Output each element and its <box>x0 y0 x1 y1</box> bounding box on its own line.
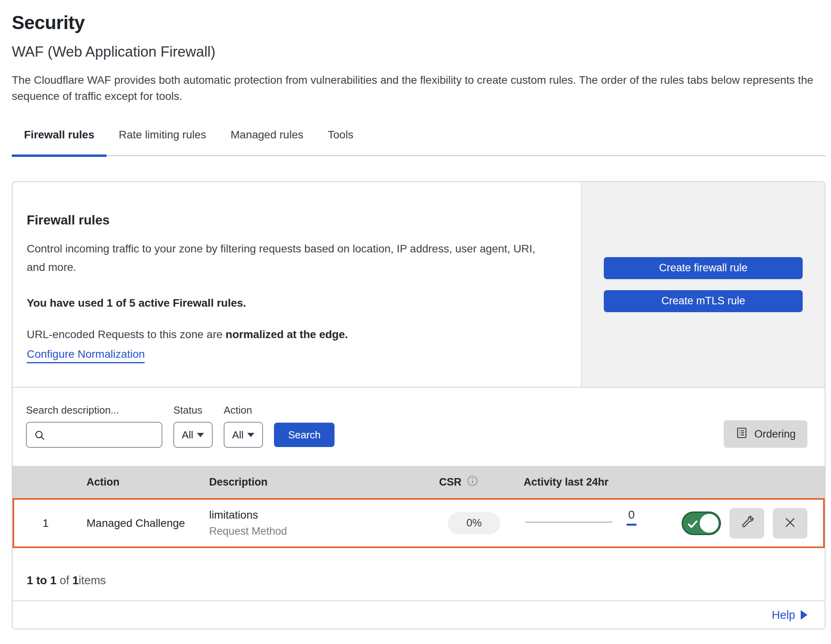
activity-count-link[interactable]: 0 <box>627 509 636 526</box>
tab-managed-rules[interactable]: Managed rules <box>219 129 316 157</box>
search-input[interactable] <box>27 423 162 447</box>
ordering-button-label: Ordering <box>754 428 796 440</box>
search-description-label: Search description... <box>26 404 162 416</box>
table-row: 1 Managed Challenge limitations Request … <box>13 498 825 548</box>
check-icon <box>687 518 699 533</box>
pagination-total: 1 <box>72 574 79 587</box>
csr-header-label: CSR <box>439 476 461 488</box>
tab-tools[interactable]: Tools <box>316 129 366 157</box>
row-action: Managed Challenge <box>77 517 199 530</box>
firewall-rules-info: Firewall rules Control incoming traffic … <box>13 182 581 387</box>
status-filter-group: Status All <box>173 404 213 448</box>
arrow-right-icon <box>801 610 807 620</box>
normalization-text: URL-encoded Requests to this zone are <box>27 328 226 340</box>
delete-rule-button[interactable] <box>773 508 807 539</box>
pagination-of: of <box>60 574 69 587</box>
normalization-note: URL-encoded Requests to this zone are no… <box>27 328 565 341</box>
description-column-header: Description <box>197 476 421 488</box>
search-description-group: Search description... <box>26 404 162 448</box>
normalization-bold-text: normalized at the edge. <box>226 328 348 340</box>
row-description-cell: limitations Request Method <box>199 509 423 537</box>
row-controls <box>663 508 823 539</box>
help-link[interactable]: Help <box>772 609 807 622</box>
row-description: limitations <box>209 509 423 521</box>
status-label: Status <box>173 404 213 416</box>
tab-label: Firewall rules <box>24 129 94 141</box>
tab-label: Tools <box>328 129 353 141</box>
wrench-icon <box>740 516 754 530</box>
firewall-rules-card: Firewall rules Control incoming traffic … <box>12 181 825 629</box>
ordered-list-icon <box>735 427 748 442</box>
search-button[interactable]: Search <box>274 423 335 447</box>
page-subtitle: WAF (Web Application Firewall) <box>12 44 831 60</box>
filter-bar: Search description... Status All <box>13 388 825 466</box>
row-index: 1 <box>14 517 77 530</box>
card-description: Control incoming traffic to your zone by… <box>27 239 538 276</box>
edit-rule-button[interactable] <box>730 508 764 539</box>
tab-firewall-rules[interactable]: Firewall rules <box>12 129 107 157</box>
csr-badge: 0% <box>448 512 500 534</box>
ordering-button[interactable]: Ordering <box>724 420 807 448</box>
chevron-down-icon <box>247 433 254 437</box>
action-column-header: Action <box>75 476 197 488</box>
security-waf-page: Security WAF (Web Application Firewall) … <box>0 0 831 644</box>
usage-summary: You have used 1 of 5 active Firewall rul… <box>27 297 565 309</box>
status-select[interactable]: All <box>173 422 213 448</box>
page-title: Security <box>12 12 831 33</box>
action-value: All <box>232 429 244 441</box>
tab-bar: Firewall rules Rate limiting rules Manag… <box>12 129 825 156</box>
filter-groups: Search description... Status All <box>26 404 335 448</box>
pagination-range: 1 to 1 <box>27 574 57 587</box>
close-icon <box>783 516 797 530</box>
page-description: The Cloudflare WAF provides both automat… <box>12 72 821 104</box>
create-mtls-rule-button[interactable]: Create mTLS rule <box>604 290 803 312</box>
row-description-sub: Request Method <box>209 525 423 537</box>
pagination-items: items <box>79 574 106 587</box>
help-row: Help <box>13 600 825 629</box>
card-heading: Firewall rules <box>27 213 565 228</box>
pagination-summary: 1 to 1 of 1 items <box>13 548 825 600</box>
configure-normalization-link[interactable]: Configure Normalization <box>27 348 145 363</box>
chevron-down-icon <box>197 433 204 437</box>
activity-sparkline <box>525 522 612 523</box>
tab-label: Managed rules <box>231 129 303 141</box>
action-filter-group: Action All <box>224 404 263 448</box>
tab-label: Rate limiting rules <box>119 129 206 141</box>
firewall-rules-info-section: Firewall rules Control incoming traffic … <box>13 182 825 388</box>
help-label: Help <box>772 609 795 622</box>
tab-rate-limiting-rules[interactable]: Rate limiting rules <box>107 129 219 157</box>
create-rule-panel: Create firewall rule Create mTLS rule <box>581 182 825 387</box>
action-select[interactable]: All <box>224 422 263 448</box>
info-icon[interactable] <box>467 475 478 489</box>
create-firewall-rule-button[interactable]: Create firewall rule <box>604 257 803 279</box>
rule-enabled-toggle[interactable] <box>682 512 721 535</box>
csr-column-header: CSR <box>421 475 524 489</box>
status-value: All <box>182 429 193 441</box>
table-header: Action Description CSR Activity last 24h… <box>13 466 825 498</box>
activity-column-header: Activity last 24hr <box>524 476 661 488</box>
search-box <box>26 422 162 448</box>
row-csr-cell: 0% <box>423 512 525 534</box>
action-label: Action <box>224 404 263 416</box>
toggle-knob <box>700 514 719 533</box>
row-activity-cell: 0 <box>525 509 663 537</box>
